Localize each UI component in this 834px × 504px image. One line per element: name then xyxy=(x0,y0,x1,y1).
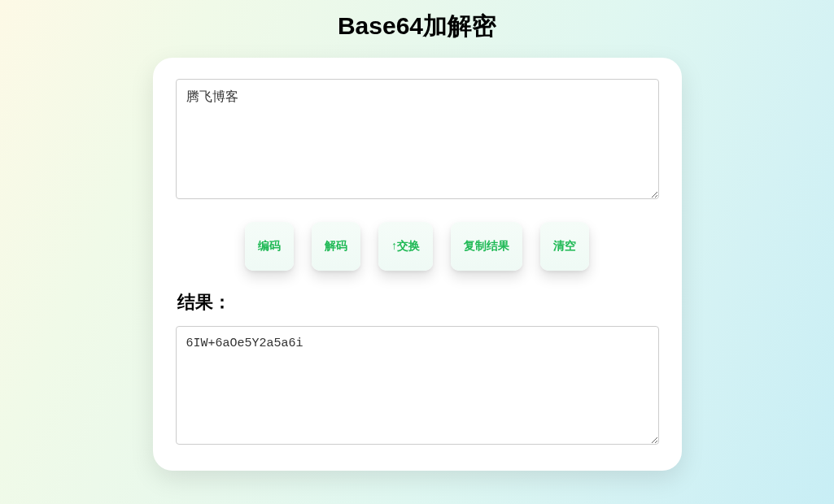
output-textarea[interactable] xyxy=(176,326,659,445)
app-container: Base64加解密 编码 解码 ↑交换 复制结果 清空 结果： xyxy=(0,0,834,471)
input-textarea[interactable] xyxy=(176,79,659,199)
clear-button[interactable]: 清空 xyxy=(540,222,589,271)
decode-button[interactable]: 解码 xyxy=(312,222,360,271)
encode-button[interactable]: 编码 xyxy=(245,222,294,271)
swap-button[interactable]: ↑交换 xyxy=(378,222,433,271)
result-label: 结果： xyxy=(177,290,659,315)
button-row: 编码 解码 ↑交换 复制结果 清空 xyxy=(176,222,659,271)
main-card: 编码 解码 ↑交换 复制结果 清空 结果： xyxy=(153,58,682,471)
copy-result-button[interactable]: 复制结果 xyxy=(451,222,522,271)
page-title: Base64加解密 xyxy=(338,10,496,43)
